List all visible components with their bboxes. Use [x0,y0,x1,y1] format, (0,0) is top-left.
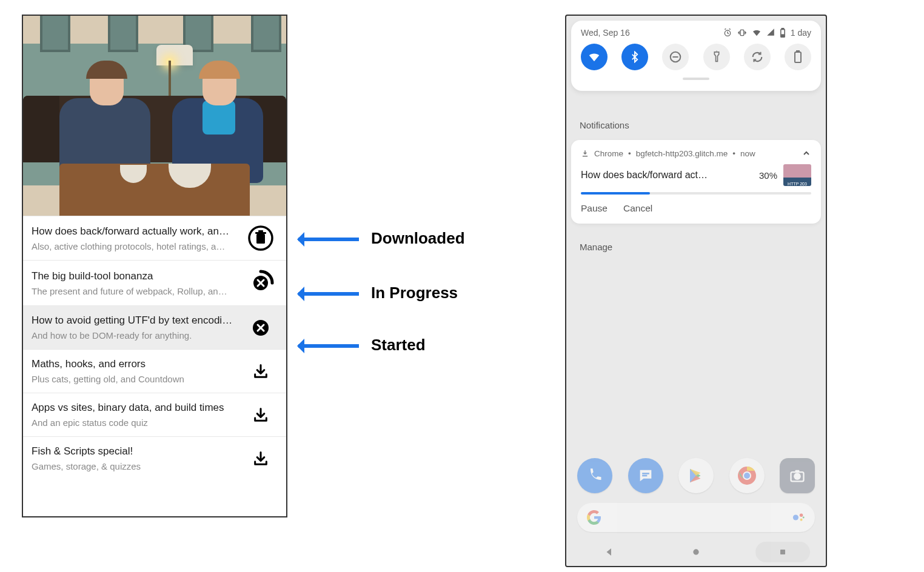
battery-label: 1 day [791,28,811,38]
autorotate-tile[interactable] [744,44,771,70]
flashlight-tile[interactable] [703,44,730,70]
google-logo-icon [587,510,601,525]
notification-time: now [740,149,755,158]
annotation-arrow [298,238,359,241]
svg-rect-21 [782,28,783,30]
episode-subtitle: Games, storage, & quizzes [32,461,241,471]
dock-row [577,458,815,493]
delete-download-button[interactable] [246,225,275,251]
dnd-icon [669,50,682,64]
assistant-icon [792,511,805,524]
svg-rect-24 [795,52,801,62]
wifi-icon [588,50,601,64]
notification-thumbnail: HTTP 203 [783,164,811,186]
wifi-status-icon [752,28,762,38]
manage-notifications-link[interactable]: Manage [571,234,821,259]
notification-cancel-button[interactable]: Cancel [623,203,652,214]
episode-title: How does back/forward actually work, an… [32,225,241,238]
quick-settings-tiles [581,44,811,70]
notification-pause-button[interactable]: Pause [581,203,608,214]
episode-row[interactable]: Fish & Scripts special! Games, storage, … [23,436,286,480]
vibrate-icon [737,28,747,38]
notification-app: Chrome [594,149,623,158]
annotation-label-downloaded: Downloaded [371,229,465,248]
download-button[interactable] [246,407,275,424]
status-icons: 1 day [723,28,811,38]
download-icon [252,407,269,424]
episode-subtitle: And an epic status code quiz [32,417,241,428]
cancel-download-button[interactable] [246,319,275,337]
quick-settings-panel: Wed, Sep 16 1 day [571,21,821,91]
homescreen-background [566,270,826,566]
nav-back-button[interactable] [582,542,637,562]
phone-app-icon[interactable] [577,458,612,493]
episode-row[interactable]: The big build-tool bonanza The present a… [23,260,286,305]
wifi-tile[interactable] [581,44,608,70]
episode-subtitle: Plus cats, getting old, and Countdown [32,374,241,384]
battery-status-icon [780,28,786,38]
svg-rect-1 [256,234,265,244]
svg-point-16 [693,549,698,554]
svg-rect-19 [740,30,743,35]
svg-point-13 [800,514,803,517]
cancel-download-button[interactable] [246,269,275,297]
svg-rect-22 [782,35,784,36]
episode-row[interactable]: Maths, hooks, and errors Plus cats, gett… [23,349,286,393]
svg-rect-11 [795,470,800,473]
battery-saver-tile[interactable] [785,44,811,70]
annotation-label-inprogress: In Progress [371,284,458,302]
episode-hero-image [23,16,286,216]
play-store-app-icon[interactable] [678,458,714,493]
dnd-tile[interactable] [662,44,689,70]
camera-app-icon[interactable] [780,458,815,493]
notification-progress-bar [581,192,811,195]
notification-title: How does back/forward act… [581,170,753,181]
autorotate-icon [751,50,764,64]
flashlight-icon [711,50,722,64]
signal-status-icon [766,28,775,36]
notification-percent: 30% [759,170,777,181]
status-date: Wed, Sep 16 [581,28,630,38]
notification-source: bgfetch-http203.glitch.me [636,149,728,158]
svg-point-9 [794,473,801,480]
shade-drag-handle[interactable] [683,78,709,80]
episode-list: How does back/forward actually work, an…… [23,216,286,480]
messages-app-icon[interactable] [628,458,663,493]
cancel-solid-icon [252,319,270,337]
nav-home-button[interactable] [669,542,723,562]
nav-overview-button[interactable] [755,542,810,562]
episode-subtitle: The present and future of webpack, Rollu… [32,286,241,296]
navigation-bar [566,538,826,566]
google-search-bar[interactable] [577,503,815,532]
alarm-icon [723,28,732,38]
episode-title: Fish & Scripts special! [32,445,241,457]
episode-subtitle: And how to be DOM-ready for anything. [32,330,241,341]
android-screenshot: Wed, Sep 16 1 day [565,15,827,567]
bluetooth-tile[interactable] [621,44,648,70]
svg-rect-25 [797,51,799,52]
episode-subtitle: Also, active clothing protocols, hotel r… [32,241,241,251]
bluetooth-icon [629,51,641,63]
svg-point-14 [800,519,803,521]
download-button[interactable] [246,450,275,467]
podcast-app-screenshot: How does back/forward actually work, an…… [22,15,287,517]
episode-title: Apps vs sites, binary data, and build ti… [32,402,241,414]
episode-title: How to avoid getting UTF'd by text encod… [32,314,241,327]
download-button[interactable] [246,363,275,380]
episode-row[interactable]: How to avoid getting UTF'd by text encod… [23,305,286,349]
episode-row[interactable]: Apps vs sites, binary data, and build ti… [23,393,286,436]
episode-row[interactable]: How does back/forward actually work, an…… [23,216,286,260]
trash-circle-icon [247,225,274,251]
chevron-up-icon[interactable] [802,148,811,158]
download-icon [252,450,269,467]
annotation-arrow [298,292,359,296]
download-notification[interactable]: Chrome • bgfetch-http203.glitch.me • now… [571,140,821,224]
episode-title: The big build-tool bonanza [32,270,241,282]
episode-title: Maths, hooks, and errors [32,358,241,370]
cancel-progress-icon [247,269,275,297]
chrome-app-icon[interactable] [729,458,765,493]
notifications-header: Notifications [571,113,821,138]
annotation-label-started: Started [371,336,426,354]
svg-point-12 [793,514,798,520]
download-small-icon [581,149,589,158]
